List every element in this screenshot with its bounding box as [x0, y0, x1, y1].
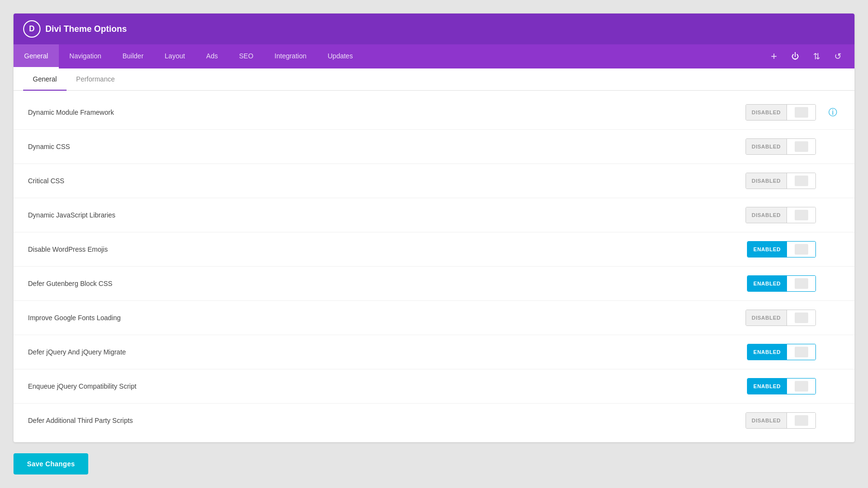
setting-row-4: Disable WordPress Emojis ENABLED	[14, 232, 854, 267]
toggle-label-disabled-3: DISABLED	[746, 207, 787, 223]
setting-control-2: DISABLED	[746, 173, 816, 189]
setting-control-9: DISABLED	[746, 412, 816, 429]
toggle-handle-8	[787, 379, 815, 394]
toggle-handle-inner-5	[795, 278, 808, 289]
top-nav: General Navigation Builder Layout Ads SE…	[14, 44, 854, 68]
setting-row-3: Dynamic JavaScript Libraries DISABLED	[14, 198, 854, 232]
toggle-label-enabled-5: ENABLED	[747, 276, 787, 291]
setting-label-2: Critical CSS	[28, 177, 746, 185]
sub-tab-performance[interactable]: Performance	[67, 68, 124, 91]
toggle-handle-inner-9	[795, 415, 808, 426]
toggle-handle-6	[787, 310, 815, 325]
setting-control-5: ENABLED	[747, 275, 816, 292]
sort-icon[interactable]: ⇅	[809, 49, 824, 64]
content-area: Dynamic Module Framework DISABLED ⓘ Dyna…	[14, 91, 854, 442]
outer-wrapper: D Divi Theme Options General Navigation …	[0, 0, 868, 481]
setting-row-1: Dynamic CSS DISABLED	[14, 130, 854, 164]
nav-item-general[interactable]: General	[14, 44, 59, 68]
toggle-label-disabled-0: DISABLED	[746, 105, 787, 120]
toggle-label-disabled-9: DISABLED	[746, 413, 787, 428]
toggle-handle-inner-8	[795, 381, 808, 392]
header: D Divi Theme Options	[14, 14, 854, 44]
toggle-handle-inner-2	[795, 176, 808, 186]
nav-item-seo[interactable]: SEO	[229, 44, 264, 68]
toggle-handle-4	[787, 242, 815, 257]
toggle-label-enabled-7: ENABLED	[747, 344, 787, 360]
setting-row-2: Critical CSS DISABLED	[14, 164, 854, 198]
toggle-handle-2	[787, 173, 815, 189]
save-btn-wrapper: Save Changes	[14, 453, 88, 474]
setting-label-1: Dynamic CSS	[28, 143, 746, 150]
toggle-dynamic-module-framework[interactable]: DISABLED	[746, 104, 816, 121]
refresh-icon[interactable]: ↺	[830, 49, 845, 64]
setting-control-0: DISABLED	[746, 104, 816, 121]
setting-label-4: Disable WordPress Emojis	[28, 245, 747, 253]
help-icon-0[interactable]: ⓘ	[828, 107, 837, 118]
setting-label-5: Defer Gutenberg Block CSS	[28, 280, 747, 287]
top-nav-items: General Navigation Builder Layout Ads SE…	[14, 44, 767, 68]
toggle-jquery-compat[interactable]: ENABLED	[747, 378, 816, 394]
toggle-handle-inner-1	[795, 141, 808, 152]
toggle-disable-emojis[interactable]: ENABLED	[747, 241, 816, 258]
toggle-critical-css[interactable]: DISABLED	[746, 173, 816, 189]
toggle-handle-inner-3	[795, 210, 808, 220]
nav-item-updates[interactable]: Updates	[317, 44, 363, 68]
setting-label-6: Improve Google Fonts Loading	[28, 314, 746, 322]
top-nav-actions: + ⏻ ⇅ ↺	[767, 44, 854, 68]
setting-actions-0: ⓘ	[826, 107, 840, 118]
setting-row-8: Enqueue jQuery Compatibility Script ENAB…	[14, 369, 854, 404]
toggle-label-disabled-2: DISABLED	[746, 173, 787, 189]
setting-control-7: ENABLED	[747, 344, 816, 360]
toggle-handle-inner-6	[795, 312, 808, 323]
setting-control-4: ENABLED	[747, 241, 816, 258]
save-changes-button[interactable]: Save Changes	[14, 453, 88, 474]
setting-row-0: Dynamic Module Framework DISABLED ⓘ	[14, 95, 854, 130]
setting-control-1: DISABLED	[746, 138, 816, 155]
main-card: D Divi Theme Options General Navigation …	[14, 14, 854, 442]
app-title: Divi Theme Options	[45, 24, 127, 34]
sub-tab-general[interactable]: General	[23, 68, 67, 91]
toggle-handle-7	[787, 344, 815, 360]
setting-control-8: ENABLED	[747, 378, 816, 394]
setting-control-3: DISABLED	[746, 207, 816, 223]
toggle-handle-0	[787, 105, 815, 120]
toggle-handle-1	[787, 139, 815, 154]
plus-icon[interactable]: +	[767, 49, 781, 64]
nav-item-builder[interactable]: Builder	[112, 44, 154, 68]
toggle-dynamic-js[interactable]: DISABLED	[746, 207, 816, 223]
setting-row-5: Defer Gutenberg Block CSS ENABLED	[14, 267, 854, 301]
toggle-handle-inner-7	[795, 347, 808, 357]
toggle-defer-jquery[interactable]: ENABLED	[747, 344, 816, 360]
toggle-dynamic-css[interactable]: DISABLED	[746, 138, 816, 155]
setting-control-6: DISABLED	[746, 310, 816, 326]
setting-label-3: Dynamic JavaScript Libraries	[28, 211, 746, 219]
toggle-handle-inner-4	[795, 244, 808, 255]
toggle-label-disabled-1: DISABLED	[746, 139, 787, 154]
setting-label-9: Defer Additional Third Party Scripts	[28, 417, 746, 424]
setting-row-7: Defer jQuery And jQuery Migrate ENABLED	[14, 335, 854, 369]
setting-label-7: Defer jQuery And jQuery Migrate	[28, 348, 747, 356]
toggle-defer-gutenberg[interactable]: ENABLED	[747, 275, 816, 292]
nav-item-ads[interactable]: Ads	[196, 44, 229, 68]
setting-label-0: Dynamic Module Framework	[28, 108, 746, 116]
nav-item-integration[interactable]: Integration	[264, 44, 317, 68]
toggle-handle-9	[787, 413, 815, 428]
toggle-handle-5	[787, 276, 815, 291]
sub-tabs: General Performance	[14, 68, 854, 91]
toggle-handle-inner-0	[795, 107, 808, 118]
logo-icon: D	[23, 20, 41, 38]
toggle-label-enabled-8: ENABLED	[747, 379, 787, 394]
setting-row-9: Defer Additional Third Party Scripts DIS…	[14, 404, 854, 437]
nav-item-navigation[interactable]: Navigation	[59, 44, 112, 68]
toggle-label-disabled-6: DISABLED	[746, 310, 787, 325]
power-icon[interactable]: ⏻	[788, 49, 802, 64]
setting-row-6: Improve Google Fonts Loading DISABLED	[14, 301, 854, 335]
toggle-google-fonts[interactable]: DISABLED	[746, 310, 816, 326]
toggle-handle-3	[787, 207, 815, 223]
setting-label-8: Enqueue jQuery Compatibility Script	[28, 382, 747, 390]
header-logo: D Divi Theme Options	[23, 20, 127, 38]
toggle-defer-third-party[interactable]: DISABLED	[746, 412, 816, 429]
toggle-label-enabled-4: ENABLED	[747, 242, 787, 257]
nav-item-layout[interactable]: Layout	[154, 44, 196, 68]
